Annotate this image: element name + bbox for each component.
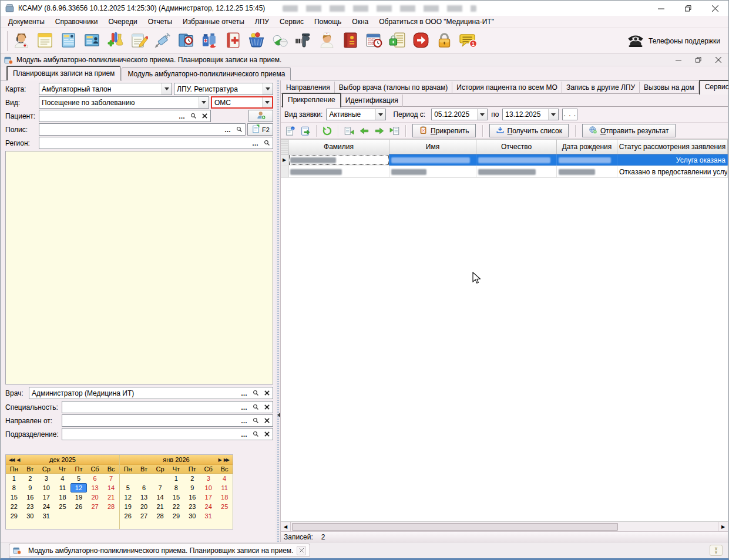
division-input[interactable]: … [62, 428, 273, 440]
calendar-day[interactable]: 23 [184, 502, 200, 511]
patient-card-button[interactable] [56, 29, 80, 53]
last-record-button[interactable] [388, 124, 402, 137]
calendar-day[interactable]: 24 [38, 502, 55, 511]
close-button[interactable] [701, 1, 728, 16]
horizontal-scrollbar[interactable]: ◀ ▶ [281, 521, 728, 531]
cell-im[interactable] [389, 166, 476, 177]
patient-input[interactable]: … [39, 110, 211, 122]
calendar-day[interactable]: 25 [216, 502, 232, 511]
search-icon[interactable] [234, 124, 244, 134]
nurse-button[interactable] [315, 29, 338, 53]
cell-ot[interactable] [476, 154, 557, 166]
referred-from-input[interactable]: … [62, 414, 273, 427]
next-record-button[interactable] [372, 124, 387, 137]
menu-item-10[interactable]: Обратиться в ООО "Медицина-ИТ" [374, 16, 499, 27]
clear-icon[interactable] [261, 402, 272, 412]
red-book-button[interactable] [338, 29, 362, 53]
mdi-close-button[interactable] [708, 54, 728, 66]
calendar-day[interactable]: 5 [120, 483, 136, 492]
calendar-day[interactable]: 8 [6, 483, 22, 492]
menu-item-2[interactable]: Справочники [50, 16, 103, 27]
calendar-day[interactable]: 22 [168, 502, 184, 511]
exit-button[interactable] [409, 29, 432, 53]
visit-type-combobox[interactable]: Посещение по заболеванию [39, 96, 209, 109]
calendar-day[interactable]: 2 [22, 474, 39, 483]
menu-item-4[interactable]: Отчеты [143, 16, 177, 27]
calendar-day[interactable]: 21 [152, 502, 168, 511]
calendar-day[interactable]: 15 [168, 492, 184, 502]
vaccination-button[interactable] [150, 29, 174, 53]
table-row[interactable]: Отказано в предоставлении услуги [281, 166, 728, 178]
calendar-day[interactable]: 27 [136, 511, 152, 521]
calendar-day[interactable]: 29 [6, 511, 22, 521]
chevron-down-icon[interactable] [477, 109, 487, 120]
chevron-down-icon[interactable] [199, 97, 209, 108]
menu-item-8[interactable]: Помощь [309, 16, 347, 27]
scrollbar-thumb[interactable] [292, 523, 618, 531]
barcode-scanner-button[interactable] [291, 29, 315, 53]
scroll-right-icon[interactable]: ▶ [718, 522, 728, 531]
get-list-button[interactable]: Получить список [489, 124, 569, 137]
calendar-day[interactable]: 13 [136, 492, 152, 502]
clear-icon[interactable] [261, 388, 272, 398]
restore-button[interactable] [674, 1, 701, 16]
calendar-day[interactable]: 2 [184, 474, 200, 483]
calendar-day[interactable]: 7 [152, 483, 168, 492]
chevron-down-icon[interactable] [262, 97, 272, 107]
calendar-day[interactable]: 22 [6, 502, 22, 511]
column-header-4[interactable]: Дата рождения [557, 140, 617, 154]
service-tab-4[interactable]: Запись в другие ЛПУ [562, 82, 640, 94]
collapse-left-icon[interactable] [275, 413, 280, 417]
report-document-button[interactable]: i [283, 124, 297, 137]
doctor-browse-button[interactable]: … [239, 388, 250, 398]
cell-ot[interactable] [476, 166, 557, 177]
calendar-day[interactable]: 13 [87, 483, 103, 492]
doctor-input[interactable]: Администратор (Медицина ИТ) … [29, 387, 273, 399]
service-tab-5[interactable]: Вызовы на дом [640, 82, 699, 94]
region-input[interactable]: … [39, 137, 273, 149]
search-icon[interactable] [261, 138, 272, 148]
calendar-day[interactable]: 6 [87, 474, 103, 483]
calendar-day[interactable]: 23 [22, 502, 39, 511]
calendar-day[interactable]: 17 [200, 492, 216, 502]
calendar-day[interactable]: 9 [184, 483, 200, 492]
calendar-day[interactable]: 20 [136, 502, 152, 511]
calendar-day[interactable]: 12 [70, 483, 87, 492]
pharmacy-basket-button[interactable] [244, 29, 268, 53]
calendar-day[interactable]: 20 [87, 492, 103, 502]
date-from-picker[interactable]: 05.12.2025 [431, 109, 488, 120]
cell-status[interactable]: Отказано в предоставлении услуги [617, 166, 728, 177]
calendar-day[interactable]: 11 [55, 483, 71, 492]
menu-item-6[interactable]: ЛПУ [250, 16, 274, 27]
service-tab-1[interactable]: Направления [282, 82, 335, 94]
pane-splitter[interactable] [276, 80, 280, 542]
prev-year-icon[interactable]: ◀◀ [9, 457, 14, 463]
menu-item-3[interactable]: Очереди [103, 16, 143, 27]
first-record-button[interactable] [342, 124, 356, 137]
column-header-2[interactable]: Имя [389, 140, 476, 154]
referred-browse-button[interactable]: … [239, 416, 250, 426]
operator-button[interactable] [9, 29, 33, 53]
scroll-left-icon[interactable]: ◀ [281, 522, 291, 531]
menu-item-5[interactable]: Избранные отчеты [177, 16, 250, 27]
payment-type-combobox[interactable]: ОМС [211, 96, 273, 109]
calendar-day[interactable]: 21 [103, 492, 119, 502]
calendar-day[interactable]: 6 [136, 483, 152, 492]
policy-browse-button[interactable]: … [223, 124, 233, 134]
policy-f2-button[interactable]: F2 [247, 123, 273, 136]
lock-button[interactable] [432, 29, 456, 53]
calendar-day[interactable]: 28 [152, 511, 168, 521]
calendar-day[interactable]: 19 [70, 492, 87, 502]
records-list-button[interactable] [33, 29, 56, 53]
calendar-day[interactable]: 27 [87, 502, 103, 511]
calendar-day[interactable]: 31 [200, 511, 216, 521]
calendar-day[interactable]: 3 [38, 474, 55, 483]
egisz-subtab-2[interactable]: Идентификация [341, 95, 403, 107]
favorites-toggle-button[interactable]: ∨∨ [710, 545, 723, 556]
specialty-input[interactable]: … [62, 401, 273, 413]
date-to-picker[interactable]: 13.12.2025 [502, 109, 559, 120]
taskbar-active-item[interactable]: Модуль амбулаторно-поликлинического прие… [9, 544, 310, 557]
column-header-5[interactable]: Статус рассмотрения заявления△ [617, 140, 728, 154]
mdi-minimize-button[interactable] [668, 54, 688, 66]
search-icon[interactable] [188, 111, 199, 121]
